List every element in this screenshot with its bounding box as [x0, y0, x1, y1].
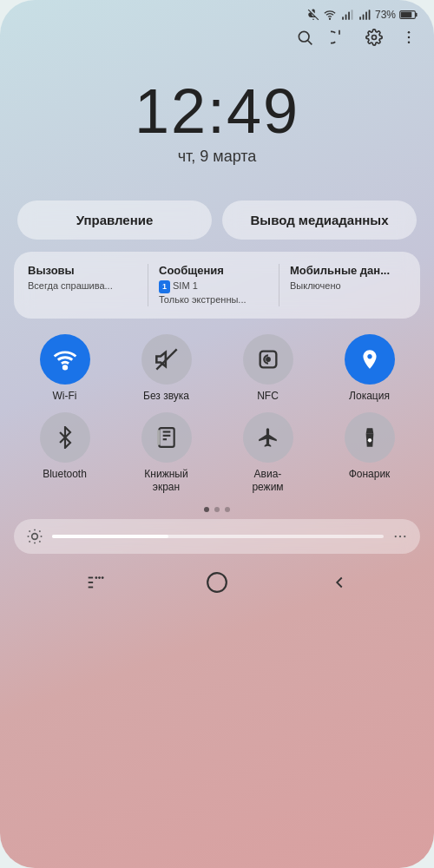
svg-point-22 — [266, 358, 270, 361]
battery-icon — [399, 9, 418, 21]
dot-1 — [204, 507, 209, 512]
notifications-panel: Вызовы Всегда спрашива... Сообщения 1SIM… — [14, 252, 420, 319]
flashlight-label: Фонарик — [349, 468, 391, 482]
messages-notification[interactable]: Сообщения 1SIM 1Только экстренны... — [148, 264, 275, 306]
svg-rect-5 — [352, 10, 353, 20]
calls-sub: Всегда спрашива... — [28, 279, 144, 293]
svg-point-17 — [408, 36, 411, 39]
svg-line-36 — [30, 541, 30, 542]
calls-title: Вызовы — [28, 264, 144, 277]
svg-rect-27 — [157, 430, 160, 444]
status-bar: 73% — [0, 0, 434, 24]
svg-point-16 — [408, 31, 411, 34]
svg-rect-2 — [342, 16, 344, 20]
toggle-sound[interactable]: Без звука — [119, 334, 214, 404]
svg-point-39 — [399, 536, 401, 537]
svg-point-13 — [299, 31, 309, 42]
calls-notification[interactable]: Вызовы Всегда спрашива... — [28, 264, 144, 306]
dot-2 — [214, 507, 220, 512]
svg-rect-6 — [359, 16, 361, 20]
toggle-bluetooth[interactable]: Bluetooth — [17, 412, 112, 495]
more-button[interactable] — [399, 28, 418, 47]
location-circle — [345, 334, 395, 385]
toggle-wifi[interactable]: Wi-Fi — [17, 334, 112, 404]
svg-line-37 — [39, 530, 40, 531]
back-button[interactable] — [330, 573, 349, 592]
sound-label: Без звука — [143, 390, 189, 404]
toggle-airplane[interactable]: Авиа-режим — [220, 412, 315, 495]
svg-point-18 — [408, 42, 411, 44]
action-buttons: Управление Вывод медиаданных — [0, 201, 434, 252]
clock-section: 12:49 чт, 9 марта — [0, 54, 434, 201]
dot-3 — [225, 507, 230, 512]
svg-rect-7 — [363, 14, 365, 19]
nfc-label: NFC — [257, 390, 279, 404]
data-sub: Выключено — [290, 279, 406, 293]
home-button[interactable] — [206, 571, 228, 594]
svg-rect-4 — [348, 12, 350, 20]
clock-time: 12:49 — [135, 80, 299, 142]
data-title: Мобильные дан... — [290, 264, 406, 277]
svg-rect-9 — [369, 10, 371, 20]
sim-badge: 1 — [159, 280, 170, 293]
reader-circle — [141, 412, 192, 463]
toggles-grid: Wi-Fi Без звука NFC — [0, 331, 434, 502]
brightness-more-button[interactable] — [392, 529, 408, 544]
wifi-status-icon — [323, 9, 337, 21]
messages-sub: 1SIM 1Только экстренны... — [159, 279, 275, 306]
svg-rect-8 — [365, 12, 367, 20]
svg-point-19 — [63, 366, 67, 370]
svg-point-38 — [395, 536, 397, 537]
toggle-nfc[interactable]: NFC — [220, 334, 315, 404]
wifi-label: Wi-Fi — [53, 390, 77, 404]
flashlight-circle — [345, 412, 395, 463]
reader-label: Книжныйэкран — [144, 468, 187, 495]
nfc-circle — [243, 334, 293, 385]
power-button[interactable] — [330, 28, 349, 47]
svg-point-47 — [207, 573, 227, 592]
status-icons: 73% — [307, 9, 418, 21]
svg-rect-3 — [345, 14, 347, 19]
media-output-button[interactable]: Вывод медиаданных — [222, 201, 417, 240]
clock-date: чт, 9 марта — [178, 148, 257, 166]
svg-line-14 — [308, 41, 312, 45]
toggle-flashlight[interactable]: Фонарик — [322, 412, 417, 495]
wifi-circle — [40, 334, 90, 385]
svg-line-32 — [30, 530, 30, 531]
svg-line-33 — [39, 541, 40, 542]
brightness-row[interactable] — [14, 519, 420, 554]
page-dots — [0, 502, 434, 519]
bluetooth-circle — [40, 412, 90, 463]
airplane-label: Авиа-режим — [252, 468, 283, 495]
messages-title: Сообщения — [159, 264, 275, 277]
brightness-fill — [52, 535, 168, 538]
svg-point-15 — [372, 36, 377, 40]
data-notification[interactable]: Мобильные дан... Выключено — [279, 264, 406, 306]
recents-button[interactable] — [85, 573, 104, 592]
svg-point-1 — [329, 18, 330, 19]
battery-percentage: 73% — [375, 9, 396, 21]
svg-point-29 — [32, 533, 38, 539]
brightness-icon — [26, 528, 43, 545]
bluetooth-label: Bluetooth — [43, 468, 87, 482]
manage-button[interactable]: Управление — [17, 201, 212, 240]
phone-shell: 73% — [0, 0, 434, 868]
signal1-icon — [340, 9, 354, 21]
airplane-circle — [243, 412, 293, 463]
sound-circle — [141, 334, 192, 385]
search-button[interactable] — [295, 28, 314, 47]
mute-icon — [307, 9, 319, 21]
toggle-reader[interactable]: Книжныйэкран — [119, 412, 214, 495]
toggle-location[interactable]: Локация — [322, 334, 417, 404]
location-label: Локация — [349, 390, 390, 404]
nav-bar — [0, 562, 434, 609]
signal2-icon — [358, 9, 372, 21]
quick-actions-row — [0, 24, 434, 54]
settings-button[interactable] — [365, 28, 384, 47]
svg-rect-12 — [401, 12, 411, 18]
brightness-track[interactable] — [52, 535, 384, 538]
svg-point-28 — [367, 438, 371, 442]
svg-rect-11 — [415, 13, 417, 16]
svg-point-40 — [404, 536, 405, 537]
svg-rect-23 — [159, 428, 174, 447]
